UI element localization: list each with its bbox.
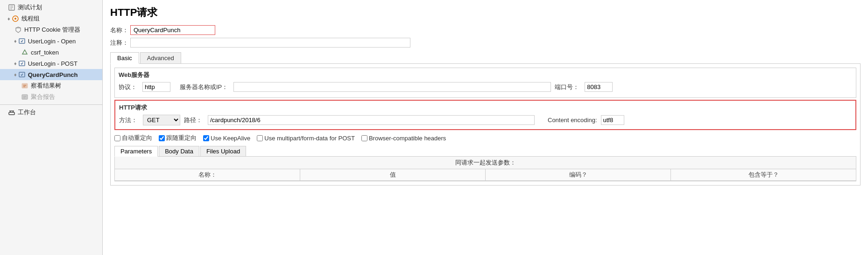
userlogin-open-marker: ♦ [14, 38, 17, 44]
sub-tab-parameters[interactable]: Parameters [114, 146, 158, 157]
user-post-icon [18, 59, 26, 68]
tab-basic[interactable]: Basic [110, 52, 139, 64]
col-encode: 编码？ [486, 169, 671, 180]
sidebar-item-query-card-label: QueryCardPunch [28, 71, 78, 78]
keep-alive-checkbox[interactable] [203, 135, 209, 141]
checkbox-multipart: Use multipart/form-data for POST [257, 135, 355, 142]
params-table: 同请求一起发送参数： 名称： 值 编码？ 包含等于？ [114, 157, 856, 181]
sidebar-item-userlogin-post[interactable]: ♦ UserLogin - POST [0, 58, 102, 69]
auto-redirect-label: 自动重定向 [122, 134, 152, 142]
http-row: 方法： GET POST PUT DELETE HEAD PATCH 路径： C… [119, 115, 852, 125]
sidebar-item-test-plan[interactable]: 测试计划 [0, 2, 102, 13]
col-value: 值 [300, 169, 486, 180]
sidebar-item-query-card-punch[interactable]: ♦ QueryCardPunch [0, 69, 102, 80]
sidebar-item-http-cookie-label: HTTP Cookie 管理器 [24, 26, 80, 34]
multipart-label: Use multipart/form-data for POST [264, 135, 355, 142]
cookie-icon [14, 26, 22, 34]
svg-rect-17 [9, 112, 14, 115]
query-card-marker: ♦ [14, 72, 17, 77]
svg-rect-14 [22, 95, 28, 99]
encoding-label: Content encoding: [548, 117, 597, 124]
main-content: HTTP请求 名称： 注释： Basic Advanced Web服务器 协议：… [103, 0, 868, 255]
name-input[interactable] [130, 25, 215, 35]
sidebar: 测试计划 ♦ 线程组 HTTP Cookie 管理器 ♦ UserLogin -… [0, 0, 103, 255]
main-tabs: Basic Advanced [110, 52, 861, 64]
tab-advanced[interactable]: Advanced [140, 52, 181, 63]
thread-group-icon [11, 14, 20, 23]
page-title: HTTP请求 [110, 6, 861, 20]
checkboxes-row: 自动重定向 跟随重定向 Use KeepAlive Use multipart/… [114, 134, 856, 142]
sidebar-item-aggregate-label: 聚合报告 [31, 93, 55, 101]
browser-headers-checkbox[interactable] [361, 135, 367, 141]
keep-alive-label: Use KeepAlive [211, 135, 250, 142]
sidebar-workbench-label: 工作台 [18, 108, 36, 117]
follow-redirect-checkbox[interactable] [159, 135, 165, 141]
sidebar-item-csrf-token[interactable]: csrf_token [0, 47, 102, 58]
userlogin-post-marker: ♦ [14, 61, 17, 66]
svg-rect-11 [22, 83, 28, 88]
checkbox-browser-headers: Browser-compatible headers [361, 135, 446, 142]
comment-input[interactable] [130, 38, 410, 48]
path-label: 路径： [184, 116, 202, 124]
svg-point-5 [14, 18, 16, 20]
sidebar-item-userlogin-post-label: UserLogin - POST [28, 60, 78, 67]
web-server-title: Web服务器 [119, 71, 852, 79]
follow-redirect-label: 跟随重定向 [166, 134, 197, 142]
query-card-icon [18, 70, 26, 79]
sub-tabs: Parameters Body Data Files Upload [114, 146, 856, 157]
params-cols: 名称： 值 编码？ 包含等于？ [115, 169, 856, 181]
aggregate-report-icon [21, 93, 29, 101]
encoding-input[interactable] [601, 115, 624, 125]
col-include-equals: 包含等于？ [671, 169, 856, 180]
port-input[interactable] [585, 82, 613, 92]
sidebar-item-userlogin-open-label: UserLogin - Open [28, 38, 76, 45]
http-request-title: HTTP请求 [119, 103, 852, 112]
comment-row: 注释： [110, 38, 861, 48]
thread-group-marker: ♦ [7, 16, 10, 21]
browser-headers-label: Browser-compatible headers [369, 135, 446, 142]
csrf-icon [21, 48, 29, 56]
sidebar-item-thread-group[interactable]: ♦ 线程组 [0, 13, 102, 24]
method-label: 方法： [119, 116, 137, 124]
http-request-section: HTTP请求 方法： GET POST PUT DELETE HEAD PATC… [114, 100, 856, 130]
protocol-label: 协议： [119, 83, 137, 91]
user-open-icon [18, 37, 26, 45]
sidebar-item-test-plan-label: 测试计划 [18, 3, 42, 12]
workbench-icon [7, 108, 16, 117]
server-name-input[interactable] [233, 82, 551, 92]
col-name: 名称： [115, 169, 300, 180]
comment-label: 注释： [110, 39, 128, 47]
web-server-section: Web服务器 协议： 服务器名称或IP： 端口号： [114, 68, 856, 98]
multipart-checkbox[interactable] [257, 135, 263, 141]
test-plan-icon [7, 3, 16, 12]
sidebar-item-view-results-label: 察看结果树 [31, 82, 61, 90]
sidebar-item-http-cookie[interactable]: HTTP Cookie 管理器 [0, 24, 102, 35]
server-label: 服务器名称或IP： [180, 83, 228, 91]
protocol-input[interactable] [142, 82, 170, 92]
port-label: 端口号： [555, 83, 579, 91]
tab-basic-content: Web服务器 协议： 服务器名称或IP： 端口号： HTTP请求 方法： GET [110, 64, 861, 186]
method-select[interactable]: GET POST PUT DELETE HEAD PATCH [143, 115, 180, 125]
checkbox-follow-redirect: 跟随重定向 [159, 134, 197, 142]
sidebar-item-aggregate-report[interactable]: 聚合报告 [0, 91, 102, 103]
sub-tab-body-data[interactable]: Body Data [159, 146, 199, 156]
sidebar-item-csrf-label: csrf_token [31, 49, 59, 56]
params-header: 同请求一起发送参数： [115, 157, 856, 169]
name-row: 名称： [110, 25, 861, 35]
sidebar-item-thread-group-label: 线程组 [21, 14, 40, 23]
name-label: 名称： [110, 26, 128, 34]
path-input[interactable] [208, 115, 535, 125]
checkbox-auto-redirect: 自动重定向 [114, 134, 152, 142]
auto-redirect-checkbox[interactable] [114, 135, 120, 141]
server-row: 协议： 服务器名称或IP： 端口号： [119, 82, 852, 92]
sidebar-item-workbench[interactable]: 工作台 [0, 107, 102, 118]
sub-tab-files-upload[interactable]: Files Upload [200, 146, 246, 156]
svg-marker-8 [22, 50, 27, 54]
sidebar-item-userlogin-open[interactable]: ♦ UserLogin - Open [0, 35, 102, 47]
checkbox-keep-alive: Use KeepAlive [203, 135, 250, 142]
results-tree-icon [21, 82, 29, 90]
sidebar-item-view-results-tree[interactable]: 察看结果树 [0, 80, 102, 91]
